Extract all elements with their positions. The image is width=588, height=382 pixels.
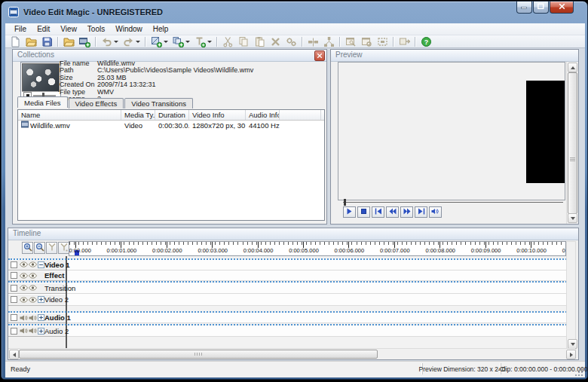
tab-video-transitions[interactable]: Video Transitions: [124, 98, 193, 108]
timeline-horizontal-scrollbar[interactable]: [8, 348, 575, 359]
track-lane-audio-1[interactable]: [67, 313, 566, 323]
timeline-vertical-scrollbar[interactable]: [566, 241, 576, 350]
track-expander[interactable]: [38, 328, 44, 335]
close-button[interactable]: [550, 2, 574, 14]
track-lane-audio-2[interactable]: [67, 325, 566, 337]
add-transition-button[interactable]: [171, 35, 191, 48]
preview-seek-slider[interactable]: [343, 202, 563, 203]
menu-help[interactable]: Help: [148, 24, 174, 34]
track-lane-video-2[interactable]: [67, 294, 566, 306]
rewind-button[interactable]: [386, 206, 399, 218]
titlebar[interactable]: Video Edit Magic - UNREGISTERED: [6, 5, 583, 22]
split-clips-button[interactable]: [322, 35, 336, 48]
help-button[interactable]: ?: [419, 35, 433, 48]
preview-header[interactable]: Preview: [331, 50, 578, 62]
track-checkbox[interactable]: [11, 314, 17, 321]
play-button[interactable]: [343, 206, 356, 218]
track-checkbox[interactable]: [11, 272, 17, 279]
track-checkbox[interactable]: [11, 261, 17, 268]
column-header-video-info[interactable]: Video Info: [189, 110, 246, 120]
track-header-transition[interactable]: Transition: [8, 283, 66, 294]
maximize-button[interactable]: [533, 2, 549, 14]
track-expander[interactable]: [38, 314, 44, 321]
cut-button[interactable]: [221, 35, 235, 48]
add-media-button[interactable]: [78, 35, 92, 48]
menu-edit[interactable]: Edit: [32, 24, 55, 34]
track-expander[interactable]: [38, 261, 44, 268]
speaker-icon[interactable]: [28, 315, 37, 321]
volume-button[interactable]: [429, 206, 442, 218]
track-header-audio-2[interactable]: Audio 2: [8, 325, 66, 337]
column-header-blank[interactable]: [280, 110, 321, 120]
track-header-audio-1[interactable]: Audio 1: [8, 313, 66, 323]
dropdown-arrow-icon[interactable]: [114, 41, 118, 43]
track-lane-effect[interactable]: [67, 270, 566, 281]
transition-window-button[interactable]: [360, 35, 374, 48]
table-row[interactable]: Wildlife.wmvVideo0:00:30.0...1280x720 px…: [18, 121, 324, 130]
timeline-ruler[interactable]: 0:00:00.0000:00:01.0000:00:02.0000:00:03…: [69, 241, 566, 256]
trim-left-button[interactable]: [46, 242, 57, 254]
dropdown-arrow-icon[interactable]: [207, 41, 212, 43]
eye-icon[interactable]: [28, 273, 37, 279]
scroll-down-arrow[interactable]: [568, 213, 577, 223]
new-file-button[interactable]: [8, 35, 23, 48]
select-region-button[interactable]: [375, 35, 390, 48]
join-clips-button[interactable]: [306, 35, 320, 48]
track-lane-video-1[interactable]: [67, 259, 566, 270]
trim-right-button[interactable]: [58, 242, 69, 254]
eye-icon[interactable]: [19, 273, 28, 279]
scroll-right-arrow[interactable]: [566, 350, 576, 359]
add-video-effect-button[interactable]: [149, 35, 170, 48]
timeline-header[interactable]: Timeline: [8, 228, 578, 240]
scroll-thumb[interactable]: [568, 72, 577, 214]
preview-seek-thumb[interactable]: [344, 199, 346, 206]
stop-button[interactable]: [357, 206, 370, 218]
column-header-name[interactable]: Name: [18, 110, 121, 120]
open-file-button[interactable]: [24, 35, 38, 48]
eye-icon[interactable]: [19, 285, 28, 291]
gears-button[interactable]: [284, 35, 299, 48]
copy-button[interactable]: [237, 35, 251, 48]
eye-icon[interactable]: [28, 261, 37, 267]
export-button[interactable]: [397, 35, 412, 48]
menu-tools[interactable]: Tools: [82, 24, 110, 34]
delete-button[interactable]: [268, 35, 283, 48]
menu-view[interactable]: View: [55, 24, 82, 34]
track-checkbox[interactable]: [11, 285, 17, 292]
redo-button[interactable]: [121, 35, 142, 48]
track-lane-transition[interactable]: [67, 283, 566, 294]
save-button[interactable]: [40, 35, 54, 48]
dropdown-arrow-icon[interactable]: [164, 41, 168, 43]
tab-media-files[interactable]: Media Files: [17, 96, 68, 108]
eye-icon[interactable]: [19, 297, 28, 303]
menu-file[interactable]: File: [9, 24, 32, 34]
track-checkbox[interactable]: [11, 328, 17, 335]
dropdown-arrow-icon[interactable]: [136, 41, 140, 43]
eye-icon[interactable]: [28, 297, 37, 303]
speaker-icon[interactable]: [19, 328, 28, 334]
eye-icon[interactable]: [28, 285, 37, 291]
track-header-effect[interactable]: Effect: [8, 270, 66, 281]
speaker-icon[interactable]: [28, 328, 37, 334]
track-checkbox[interactable]: [11, 296, 17, 303]
menu-window[interactable]: Window: [110, 24, 148, 34]
forward-button[interactable]: [400, 206, 413, 218]
speaker-icon[interactable]: [19, 315, 28, 321]
zoom-in-button[interactable]: [22, 242, 33, 254]
column-header-duration[interactable]: Duration: [155, 110, 189, 120]
add-text-button[interactable]: [193, 35, 213, 48]
eye-icon[interactable]: [19, 261, 28, 267]
jump-end-button[interactable]: [415, 206, 427, 218]
dropdown-arrow-icon[interactable]: [185, 41, 190, 43]
preview-vertical-scrollbar[interactable]: [566, 62, 577, 224]
track-header-video-1[interactable]: Video 1: [8, 259, 66, 270]
minimize-button[interactable]: [516, 2, 532, 14]
scroll-thumb[interactable]: [19, 350, 378, 359]
jump-start-button[interactable]: [372, 206, 384, 218]
tab-video-effects[interactable]: Video Effects: [69, 98, 124, 108]
scroll-up-arrow[interactable]: [568, 63, 577, 72]
open-collection-button[interactable]: [62, 35, 76, 48]
undo-button[interactable]: [100, 35, 120, 48]
scroll-left-arrow[interactable]: [9, 350, 19, 359]
zoom-out-button[interactable]: [34, 242, 45, 254]
